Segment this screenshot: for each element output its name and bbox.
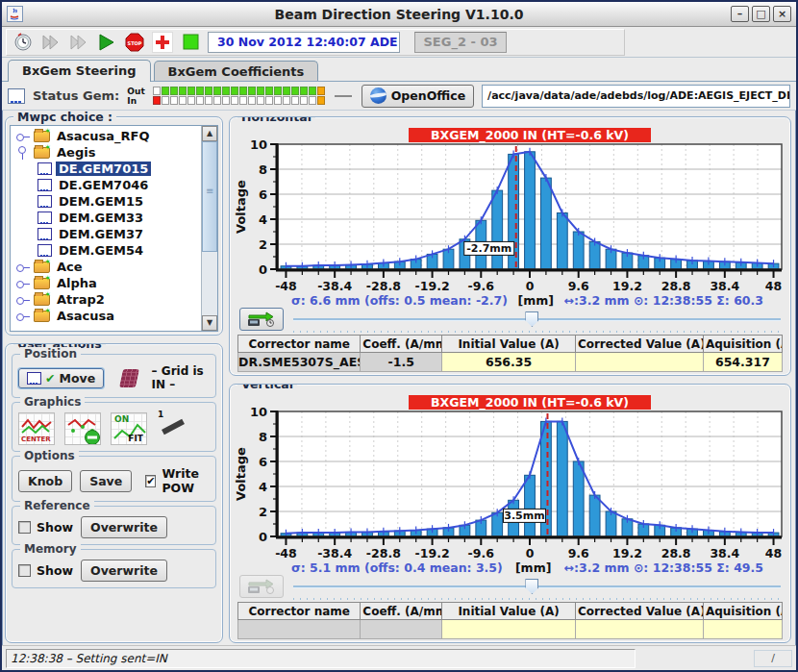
skip-forward2-icon[interactable] xyxy=(68,32,89,53)
tree-scrollbar[interactable]: ▲ ▼ xyxy=(201,126,217,331)
knob-1-icon[interactable]: 1 xyxy=(157,412,191,445)
corrector-cell[interactable] xyxy=(238,620,361,639)
memory-show-checkbox[interactable] xyxy=(18,564,31,577)
watch-icon[interactable] xyxy=(12,32,34,53)
expand-handle-icon[interactable] xyxy=(16,312,30,320)
graphics-subgroup: Graphics CENTER ON FIT xyxy=(12,402,216,452)
memory-overwrite-button[interactable]: Overwrite xyxy=(81,560,167,582)
svg-text:-19.2: -19.2 xyxy=(415,546,450,558)
tree-item-DEM.GEM54[interactable]: DEM.GEM54 xyxy=(11,242,201,259)
tab-bxgem-coefficients[interactable]: BxGem Coefficients xyxy=(154,61,319,81)
run-icon[interactable] xyxy=(96,32,117,53)
skip-forward-icon[interactable] xyxy=(40,32,62,53)
reference-overwrite-button[interactable]: Overwrite xyxy=(81,516,167,538)
v-position-slider[interactable] xyxy=(293,579,781,594)
tree-item-Aegis[interactable]: Aegis xyxy=(11,144,201,161)
tree-item-DEM.GEM15[interactable]: DEM.GEM15 xyxy=(11,193,201,210)
svg-text:BXGEM_2000 IN (HT=-0.6 kV): BXGEM_2000 IN (HT=-0.6 kV) xyxy=(431,395,629,411)
separator-dash xyxy=(335,95,352,97)
horizontal-group: Horizontal 0246810-48-38.4-28.8-19.2-9.6… xyxy=(229,116,791,376)
tree-item-DEM.GEM37[interactable]: DEM.GEM37 xyxy=(11,226,201,242)
tree-item-Ace[interactable]: Ace xyxy=(11,259,201,275)
scroll-up-button[interactable]: ▲ xyxy=(202,126,217,141)
h-position-slider[interactable] xyxy=(293,311,781,327)
corrector-cell[interactable] xyxy=(361,620,442,639)
medical-cross-icon[interactable] xyxy=(152,32,173,53)
save-button[interactable]: Save xyxy=(80,470,132,492)
minimize-button[interactable]: – xyxy=(731,6,749,22)
expand-handle-icon[interactable] xyxy=(16,280,30,287)
cycle-datetime-text: 30 Nov 2012 12:40:07 ADE – SEG_2, 27 xyxy=(217,35,400,49)
title-bar: Beam Direction Steering V1.10.0 – □ × xyxy=(2,2,796,27)
scroll-down-button[interactable]: ▼ xyxy=(202,315,217,331)
folder-icon xyxy=(34,147,50,159)
reference-show-checkbox[interactable] xyxy=(18,521,31,534)
knob-button[interactable]: Knob xyxy=(18,470,72,492)
v-slider-ticks xyxy=(293,598,779,600)
value-cell[interactable]: 654.317 xyxy=(703,353,782,372)
center-graph-icon[interactable]: CENTER xyxy=(18,412,55,445)
openoffice-button[interactable]: OpenOffice xyxy=(362,85,474,108)
expand-handle-icon[interactable] xyxy=(16,263,30,271)
svg-text:0: 0 xyxy=(259,530,267,544)
out-label: Out xyxy=(127,87,144,96)
svg-text:38.4: 38.4 xyxy=(710,546,739,558)
remove-graph-icon[interactable] xyxy=(64,412,101,445)
move-button[interactable]: ✔ Move xyxy=(18,368,104,388)
options-subgroup: Options Knob Save ✔ Write POW xyxy=(12,456,216,502)
fit-on-icon[interactable]: ON FIT xyxy=(111,412,147,445)
svg-text:2: 2 xyxy=(259,505,267,519)
tree-item-DEM.GEM33[interactable]: DEM.GEM33 xyxy=(11,210,201,226)
gem-led xyxy=(162,87,169,95)
gem-led xyxy=(291,96,299,105)
tree-item-DE.GEM7015[interactable]: DE.GEM7015 xyxy=(11,161,201,177)
expand-handle-icon[interactable] xyxy=(16,296,30,304)
v-send-setting-button[interactable] xyxy=(239,575,284,598)
monitor-icon xyxy=(37,212,52,224)
svg-text:6: 6 xyxy=(259,187,267,202)
close-button[interactable]: × xyxy=(773,6,791,22)
write-pow-checkbox[interactable]: ✔ xyxy=(145,475,156,487)
maximize-button[interactable]: □ xyxy=(752,6,770,22)
table-row xyxy=(238,620,783,639)
h-send-setting-button[interactable] xyxy=(239,308,284,331)
gem-led xyxy=(317,96,325,105)
tree-item-Asacusa_RFQ[interactable]: Asacusa_RFQ xyxy=(11,128,201,144)
svg-text:STOP: STOP xyxy=(128,39,142,45)
mwpc-choice-title: Mwpc choice : xyxy=(13,111,116,124)
corrector-cell[interactable]: -1.5 xyxy=(361,353,442,372)
value-cell[interactable] xyxy=(703,620,782,639)
tree-item-Asacusa[interactable]: Asacusa xyxy=(11,308,201,324)
gem-led xyxy=(205,96,212,105)
tree-item-label: Asacusa_RFQ xyxy=(54,129,152,143)
log-path-field[interactable]: /acc/java/data/ade/adebds/log/ADE:AEGIS_… xyxy=(482,85,790,108)
horizontal-stats: σ: 6.6 mm (offs: 0.5 mean: -2.7) [mm] ↔:… xyxy=(234,293,786,308)
h-sigma-stats: σ: 6.6 mm (offs: 0.5 mean: -2.7) xyxy=(291,293,508,308)
value-cell[interactable] xyxy=(442,620,576,639)
corrector-cell[interactable]: DR.SME5307S_AES xyxy=(238,353,361,372)
stop-icon[interactable]: STOP xyxy=(124,32,145,53)
collapse-handle-icon[interactable] xyxy=(19,146,27,160)
expand-handle-icon[interactable] xyxy=(16,133,30,140)
svg-text:0: 0 xyxy=(259,262,267,277)
segment-indicator: SEG_2 - 03 xyxy=(414,32,507,53)
green-square-icon[interactable] xyxy=(180,32,201,53)
svg-text:19.2: 19.2 xyxy=(612,279,642,290)
gem-led xyxy=(231,87,238,95)
h-slider-thumb[interactable] xyxy=(525,311,538,327)
tree-item-DE.GEM7046[interactable]: DE.GEM7046 xyxy=(11,177,201,193)
tree-item-Alpha[interactable]: Alpha xyxy=(11,275,201,291)
column-header: Coeff. (A/mm) xyxy=(361,603,442,620)
tab-bxgem-steering[interactable]: BxGem Steering xyxy=(8,60,151,82)
value-cell[interactable] xyxy=(575,620,703,639)
svg-text:0: 0 xyxy=(526,546,535,558)
value-cell[interactable] xyxy=(575,353,703,372)
tree-item-Atrap2[interactable]: Atrap2 xyxy=(11,291,201,308)
scrollbar-thumb[interactable] xyxy=(202,141,217,252)
value-cell[interactable]: 656.35 xyxy=(442,353,576,372)
tree-item-label: DEM.GEM54 xyxy=(56,243,146,258)
openoffice-globe-icon xyxy=(370,87,387,104)
h-misc-stats: ↔:3.2 mm ⊙: 12:38:55 Σ: 60.3 xyxy=(564,293,763,308)
v-slider-thumb[interactable] xyxy=(525,579,538,594)
vertical-title: Vertical xyxy=(237,384,297,391)
